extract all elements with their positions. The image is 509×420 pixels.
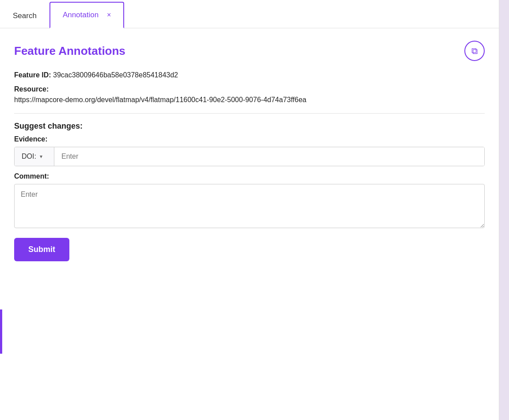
panel-title: Feature Annotations xyxy=(14,44,125,58)
tab-search[interactable]: Search xyxy=(0,3,49,28)
section-divider xyxy=(14,113,485,114)
evidence-text-input[interactable] xyxy=(54,147,484,166)
evidence-label: Evidence: xyxy=(14,135,485,143)
tab-annotation[interactable]: Annotation × xyxy=(49,2,124,28)
resource-label-line: Resource: xyxy=(14,84,485,95)
comment-textarea[interactable] xyxy=(14,184,485,228)
panel-content: Feature Annotations ⧉ Feature ID: 39cac3… xyxy=(0,28,499,420)
submit-button[interactable]: Submit xyxy=(14,238,69,261)
main-panel: Search Annotation × Feature Annotations … xyxy=(0,0,499,420)
copy-icon-button[interactable]: ⧉ xyxy=(464,41,485,61)
doi-label: DOI: xyxy=(22,153,36,160)
resource-block: Resource: https://mapcore-demo.org/devel… xyxy=(14,84,485,105)
feature-id-block: Feature ID: 39cac38009646ba58e0378e85418… xyxy=(14,70,485,80)
map-area xyxy=(499,0,509,420)
comment-label: Comment: xyxy=(14,172,485,180)
evidence-input-row: DOI: ▾ xyxy=(14,147,485,166)
tabs-row: Search Annotation × xyxy=(0,0,499,28)
copy-icon: ⧉ xyxy=(471,46,478,56)
left-accent-bar xyxy=(0,309,2,354)
doi-select[interactable]: DOI: ▾ xyxy=(15,147,54,166)
suggest-changes-label: Suggest changes: xyxy=(14,122,485,131)
chevron-down-icon: ▾ xyxy=(40,153,42,160)
section-header-row: Feature Annotations ⧉ xyxy=(14,41,485,61)
resource-url: https://mapcore-demo.org/devel/flatmap/v… xyxy=(14,95,485,105)
feature-id-line: Feature ID: 39cac38009646ba58e0378e85418… xyxy=(14,70,485,80)
tab-close-button[interactable]: × xyxy=(107,11,111,19)
